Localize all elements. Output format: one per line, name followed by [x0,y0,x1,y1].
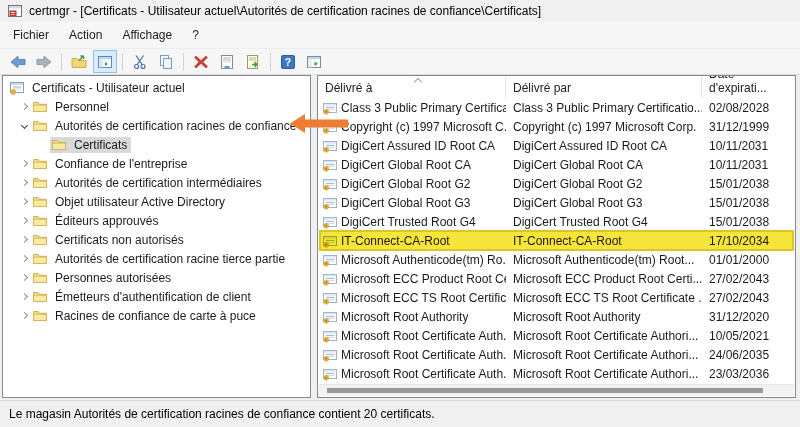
chevron-right-icon[interactable] [17,104,31,109]
chevron-right-icon[interactable] [17,275,31,280]
issued-by-cell: Microsoft Root Certificate Authori... [506,329,702,343]
new-window-button[interactable] [302,50,326,73]
expiration-date-cell: 02/08/2028 [702,101,795,115]
copy-button[interactable] [154,50,178,73]
certificate-row[interactable]: DigiCert Assured ID Root CADigiCert Assu… [318,136,795,155]
forward-button[interactable] [32,50,56,73]
issued-to-cell: Class 3 Public Primary Certificat... [341,101,506,115]
column-header-issued-by[interactable]: Délivré par [506,76,702,98]
certificate-icon [322,214,338,230]
folder-icon [32,308,48,324]
certificate-row[interactable]: DigiCert Global Root G3DigiCert Global R… [318,193,795,212]
chevron-right-icon[interactable] [17,294,31,299]
issued-by-cell: Microsoft Root Authority [506,310,702,324]
certificate-icon [322,119,338,135]
chevron-right-icon[interactable] [17,161,31,166]
folder-icon [32,232,48,248]
folder-icon [32,270,48,286]
chevron-down-icon[interactable] [17,123,31,128]
certificate-row[interactable]: Microsoft Root Certificate Auth...Micros… [318,364,795,383]
tree-item[interactable]: Personnes autorisées [3,268,310,287]
cut-button[interactable] [128,50,152,73]
certificate-row[interactable]: Microsoft Authenticode(tm) Ro...Microsof… [318,250,795,269]
expiration-date-cell: 10/11/2031 [702,158,795,172]
chevron-right-icon[interactable] [17,199,31,204]
tree-item-label: Certificats [71,137,130,153]
tree-item[interactable]: Émetteurs d'authentification de client [3,287,310,306]
certificate-row[interactable]: Microsoft Root AuthorityMicrosoft Root A… [318,307,795,326]
chevron-right-icon[interactable] [17,218,31,223]
certificate-icon [322,271,338,287]
folder-icon [32,213,48,229]
certificate-row[interactable]: Microsoft ECC Product Root Ce...Microsof… [318,269,795,288]
menu-affichage[interactable]: Affichage [112,24,182,46]
certificate-row[interactable]: DigiCert Global Root CADigiCert Global R… [318,155,795,174]
column-header-issued-to[interactable]: Délivré à [318,76,506,98]
issued-by-cell: DigiCert Global Root CA [506,158,702,172]
column-header-expiration[interactable]: Date d'expirati... [702,76,795,98]
list-header: Délivré à Délivré par Date d'expirati... [318,76,795,98]
issued-by-cell: Microsoft Root Certificate Authori... [506,348,702,362]
tree-item[interactable]: Confiance de l'entreprise [3,154,310,173]
chevron-right-icon[interactable] [17,237,31,242]
certificate-row[interactable]: Microsoft Root Certificate Auth...Micros… [318,326,795,345]
certificate-row-it-connect-ca-root[interactable]: IT-Connect-CA-RootIT-Connect-CA-Root17/1… [318,231,795,250]
chevron-right-icon[interactable] [17,313,31,318]
tree-item[interactable]: Éditeurs approuvés [3,211,310,230]
tree-item[interactable]: Racines de confiance de carte à puce [3,306,310,325]
tree-item[interactable]: Personnel [3,97,310,116]
properties-icon [219,54,235,70]
menu-action[interactable]: Action [59,24,112,46]
menu-help[interactable]: ? [182,24,209,46]
export-list-button[interactable] [241,50,265,73]
tree-root-certificats-utilisateur-actuel[interactable]: Certificats - Utilisateur actuel [3,78,310,97]
properties-button[interactable] [215,50,239,73]
menu-fichier[interactable]: Fichier [3,24,59,46]
certificate-icon [322,138,338,154]
tree-item[interactable]: Autorités de certification intermédiaire… [3,173,310,192]
export-folder-button[interactable] [67,50,91,73]
certificate-icon [322,328,338,344]
horizontal-scrollbar[interactable] [319,384,794,396]
issued-to-cell: Microsoft Root Certificate Auth... [341,348,506,362]
certmgr-window: certmgr - [Certificats - Utilisateur act… [0,0,800,427]
folder-icon [32,118,48,134]
certificate-icon [322,252,338,268]
issued-to-cell: Microsoft ECC Product Root Ce... [341,272,506,286]
show-console-tree-button[interactable] [93,50,117,73]
certificate-icon [322,290,338,306]
issued-by-cell: IT-Connect-CA-Root [506,234,702,248]
expiration-date-cell: 10/05/2021 [702,329,795,343]
issued-by-cell: Microsoft Root Certificate Authori... [506,367,702,381]
certificate-row[interactable]: Class 3 Public Primary Certificat...Clas… [318,98,795,117]
delete-button[interactable] [189,50,213,73]
issued-to-cell: DigiCert Global Root G2 [341,177,470,191]
export-list-icon [245,54,261,70]
scrollbar-thumb[interactable] [327,388,763,393]
certificate-icon [322,100,338,116]
issued-to-cell: Microsoft Root Certificate Auth... [341,367,506,381]
folder-icon [32,251,48,267]
certificate-row[interactable]: DigiCert Global Root G2DigiCert Global R… [318,174,795,193]
tree-item-label: Autorités de certification intermédiaire… [52,175,265,191]
issued-to-cell: DigiCert Global Root G3 [341,196,470,210]
certificate-row[interactable]: DigiCert Trusted Root G4DigiCert Trusted… [318,212,795,231]
issued-to-cell: DigiCert Global Root CA [341,158,471,172]
certificate-row[interactable]: Microsoft ECC TS Root Certifica...Micros… [318,288,795,307]
tree-item[interactable]: Certificats [3,135,310,154]
issued-to-cell: Microsoft ECC TS Root Certifica... [341,291,506,305]
tree-item[interactable]: Objet utilisateur Active Directory [3,192,310,211]
chevron-right-icon[interactable] [17,180,31,185]
issued-to-cell: Microsoft Authenticode(tm) Ro... [341,253,506,267]
chevron-right-icon[interactable] [17,256,31,261]
tree-item[interactable]: Certificats non autorisés [3,230,310,249]
help-button[interactable]: ? [276,50,300,73]
certificate-row[interactable]: Microsoft Root Certificate Auth...Micros… [318,345,795,364]
issued-by-cell: DigiCert Trusted Root G4 [506,215,702,229]
certificate-row[interactable]: Copyright (c) 1997 Microsoft C...Copyrig… [318,117,795,136]
tree-item[interactable]: Autorités de certification racine tierce… [3,249,310,268]
back-button[interactable] [6,50,30,73]
tree-item-label: Personnel [52,99,112,115]
tree-root-label: Certificats - Utilisateur actuel [29,80,188,96]
tree-item[interactable]: Autorités de certification racines de co… [3,116,310,135]
